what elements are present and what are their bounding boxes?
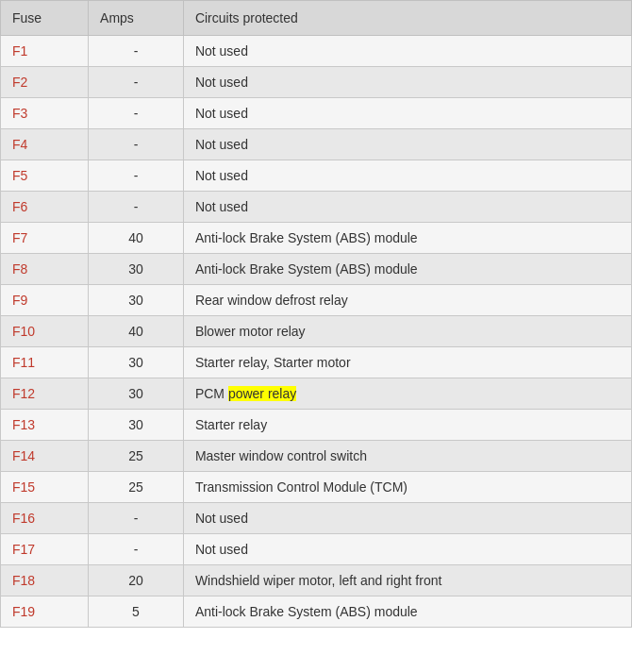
circuit-cell: Starter relay xyxy=(183,410,631,441)
fuse-cell: F6 xyxy=(1,192,89,223)
fuse-cell: F18 xyxy=(1,565,89,596)
fuse-table: Fuse Amps Circuits protected F1-Not used… xyxy=(0,0,632,628)
amps-cell: 5 xyxy=(89,596,184,628)
circuit-cell: Not used xyxy=(183,503,631,534)
circuit-cell: Anti-lock Brake System (ABS) module xyxy=(183,223,631,254)
table-header-row: Fuse Amps Circuits protected xyxy=(1,1,632,36)
circuit-cell: Windshield wiper motor, left and right f… xyxy=(183,565,631,596)
table-row: F3-Not used xyxy=(1,98,632,129)
table-row: F1-Not used xyxy=(1,36,632,67)
fuse-cell: F2 xyxy=(1,67,89,98)
table-row: F5-Not used xyxy=(1,160,632,192)
fuse-cell: F5 xyxy=(1,160,89,192)
amps-cell: 25 xyxy=(89,441,184,472)
circuit-cell: Anti-lock Brake System (ABS) module xyxy=(183,254,631,285)
circuit-cell: Transmission Control Module (TCM) xyxy=(183,472,631,503)
fuse-cell: F12 xyxy=(1,378,89,410)
table-row: F17-Not used xyxy=(1,534,632,565)
fuse-cell: F7 xyxy=(1,223,89,254)
amps-cell: - xyxy=(89,503,184,534)
circuit-cell: Not used xyxy=(183,534,631,565)
fuse-cell: F17 xyxy=(1,534,89,565)
circuit-cell: Blower motor relay xyxy=(183,316,631,347)
fuse-cell: F15 xyxy=(1,472,89,503)
circuit-cell: Anti-lock Brake System (ABS) module xyxy=(183,596,631,628)
fuse-cell: F11 xyxy=(1,347,89,378)
amps-cell: - xyxy=(89,129,184,160)
col-header-fuse: Fuse xyxy=(1,1,89,36)
highlighted-text: power relay xyxy=(228,386,296,401)
circuit-cell: Not used xyxy=(183,192,631,223)
col-header-circuits: Circuits protected xyxy=(183,1,631,36)
amps-cell: 30 xyxy=(89,378,184,410)
table-row: F2-Not used xyxy=(1,67,632,98)
amps-cell: 30 xyxy=(89,347,184,378)
amps-cell: 40 xyxy=(89,223,184,254)
table-row: F4-Not used xyxy=(1,129,632,160)
fuse-cell: F10 xyxy=(1,316,89,347)
circuit-cell: Not used xyxy=(183,160,631,192)
table-row: F1425Master window control switch xyxy=(1,441,632,472)
amps-cell: 30 xyxy=(89,254,184,285)
circuit-cell: Not used xyxy=(183,98,631,129)
table-row: F6-Not used xyxy=(1,192,632,223)
fuse-cell: F4 xyxy=(1,129,89,160)
fuse-cell: F9 xyxy=(1,285,89,316)
fuse-cell: F1 xyxy=(1,36,89,67)
table-row: F930Rear window defrost relay xyxy=(1,285,632,316)
circuit-cell: PCM power relay xyxy=(183,378,631,410)
amps-cell: 30 xyxy=(89,285,184,316)
amps-cell: - xyxy=(89,36,184,67)
fuse-cell: F14 xyxy=(1,441,89,472)
circuit-cell: Starter relay, Starter motor xyxy=(183,347,631,378)
table-row: F1040Blower motor relay xyxy=(1,316,632,347)
fuse-cell: F16 xyxy=(1,503,89,534)
col-header-amps: Amps xyxy=(89,1,184,36)
table-row: F830Anti-lock Brake System (ABS) module xyxy=(1,254,632,285)
amps-cell: 25 xyxy=(89,472,184,503)
amps-cell: 20 xyxy=(89,565,184,596)
table-row: F740Anti-lock Brake System (ABS) module xyxy=(1,223,632,254)
table-row: F1130Starter relay, Starter motor xyxy=(1,347,632,378)
table-row: F1230PCM power relay xyxy=(1,378,632,410)
amps-cell: 40 xyxy=(89,316,184,347)
amps-cell: - xyxy=(89,160,184,192)
fuse-cell: F19 xyxy=(1,596,89,628)
circuit-cell: Master window control switch xyxy=(183,441,631,472)
fuse-cell: F3 xyxy=(1,98,89,129)
table-row: F1525Transmission Control Module (TCM) xyxy=(1,472,632,503)
amps-cell: - xyxy=(89,534,184,565)
circuit-cell: Not used xyxy=(183,129,631,160)
table-row: F1820Windshield wiper motor, left and ri… xyxy=(1,565,632,596)
circuit-cell: Not used xyxy=(183,36,631,67)
fuse-cell: F13 xyxy=(1,410,89,441)
circuit-cell: Not used xyxy=(183,67,631,98)
amps-cell: - xyxy=(89,192,184,223)
circuit-cell: Rear window defrost relay xyxy=(183,285,631,316)
fuse-cell: F8 xyxy=(1,254,89,285)
table-row: F195Anti-lock Brake System (ABS) module xyxy=(1,596,632,628)
amps-cell: - xyxy=(89,67,184,98)
table-row: F16-Not used xyxy=(1,503,632,534)
amps-cell: 30 xyxy=(89,410,184,441)
amps-cell: - xyxy=(89,98,184,129)
table-row: F1330Starter relay xyxy=(1,410,632,441)
